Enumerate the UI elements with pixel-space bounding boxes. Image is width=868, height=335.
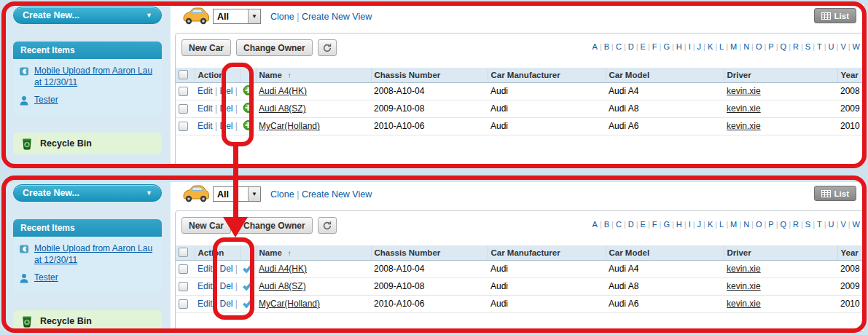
alphabet-link-B[interactable]: B — [603, 42, 611, 51]
header-model[interactable]: Car Model — [606, 245, 724, 260]
alphabet-link-H[interactable]: H — [675, 42, 684, 51]
alphabet-link-K[interactable]: K — [706, 42, 714, 51]
alphabet-link-N[interactable]: N — [742, 220, 751, 229]
alphabet-link-U[interactable]: U — [827, 42, 836, 51]
del-link[interactable]: Del — [219, 86, 232, 96]
create-new-view-link[interactable]: Create New View — [302, 189, 372, 200]
alphabet-link-J[interactable]: J — [696, 220, 703, 229]
check-icon[interactable] — [243, 280, 254, 291]
select-dropdown-arrow-icon[interactable]: ▼ — [248, 9, 260, 23]
alphabet-link-F[interactable]: F — [651, 220, 659, 229]
new-car-button[interactable]: New Car — [181, 39, 231, 56]
header-model[interactable]: Car Model — [606, 68, 724, 82]
header-action[interactable]: Action — [195, 68, 240, 82]
edit-link[interactable]: Edit — [198, 121, 213, 131]
create-new-dropdown[interactable]: Create New... ▼ — [13, 184, 162, 202]
recent-item-link[interactable]: Tester — [34, 95, 58, 106]
alphabet-link-C[interactable]: C — [614, 42, 623, 51]
alphabet-link-O[interactable]: O — [754, 42, 764, 51]
alphabet-link-I[interactable]: I — [687, 220, 692, 229]
header-chassis[interactable]: Chassis Number — [371, 68, 488, 82]
alphabet-link-D[interactable]: D — [627, 220, 636, 229]
alphabet-link-T[interactable]: T — [816, 42, 824, 51]
del-link[interactable]: Del — [219, 264, 232, 274]
row-checkbox[interactable] — [179, 264, 188, 274]
row-checkbox[interactable] — [179, 122, 188, 131]
header-year[interactable]: Year — [837, 245, 864, 260]
alphabet-link-R[interactable]: R — [791, 42, 800, 51]
driver-link[interactable]: kevin.xie — [727, 86, 761, 96]
del-link[interactable]: Del — [219, 103, 232, 114]
alphabet-link-R[interactable]: R — [791, 220, 800, 229]
view-select[interactable]: All ▼ — [213, 9, 261, 24]
driver-link[interactable]: kevin.xie — [727, 121, 761, 131]
header-chassis[interactable]: Chassis Number — [371, 245, 488, 260]
alphabet-link-A[interactable]: A — [591, 42, 599, 51]
row-checkbox[interactable] — [179, 104, 188, 114]
alphabet-link-W[interactable]: W — [851, 220, 861, 229]
create-new-view-link[interactable]: Create New View — [302, 12, 372, 22]
recent-item-link[interactable]: Mobile Upload from Aaron Lau at 12/30/11 — [34, 243, 156, 266]
car-name-link[interactable]: Audi A4(HK) — [259, 264, 307, 274]
alphabet-link-Q[interactable]: Q — [779, 220, 789, 229]
driver-link[interactable]: kevin.xie — [727, 264, 761, 274]
change-owner-button[interactable]: Change Owner — [236, 39, 313, 56]
alphabet-link-C[interactable]: C — [614, 220, 623, 229]
edit-link[interactable]: Edit — [198, 264, 213, 274]
driver-link[interactable]: kevin.xie — [727, 281, 761, 291]
alphabet-link-N[interactable]: N — [742, 42, 751, 51]
alphabet-link-L[interactable]: L — [718, 220, 725, 229]
alphabet-link-B[interactable]: B — [603, 220, 611, 229]
row-checkbox[interactable] — [179, 282, 188, 291]
alphabet-link-S[interactable]: S — [804, 42, 812, 51]
driver-link[interactable]: kevin.xie — [727, 299, 761, 309]
plus-icon[interactable] — [243, 120, 254, 130]
alphabet-link-P[interactable]: P — [767, 220, 775, 229]
alphabet-link-G[interactable]: G — [662, 42, 671, 51]
del-link[interactable]: Del — [219, 281, 232, 291]
alphabet-link-V[interactable]: V — [839, 42, 847, 51]
car-name-link[interactable]: Audi A8(SZ) — [259, 281, 306, 291]
alphabet-link-M[interactable]: M — [729, 220, 738, 229]
alphabet-link-G[interactable]: G — [662, 220, 671, 229]
header-year[interactable]: Year — [837, 68, 864, 82]
select-all-checkbox[interactable] — [179, 248, 188, 257]
driver-link[interactable]: kevin.xie — [727, 103, 761, 114]
check-icon[interactable] — [243, 263, 254, 273]
header-driver[interactable]: Driver — [724, 245, 837, 260]
change-owner-button[interactable]: Change Owner — [236, 217, 313, 234]
plus-icon[interactable] — [243, 103, 254, 113]
alphabet-link-P[interactable]: P — [767, 42, 775, 51]
recycle-bin-link[interactable]: Recycle Bin — [13, 310, 162, 332]
alphabet-link-K[interactable]: K — [706, 220, 714, 229]
header-action[interactable]: Action — [195, 245, 240, 260]
clone-link[interactable]: Clone — [270, 189, 294, 200]
clone-link[interactable]: Clone — [270, 12, 294, 22]
del-link[interactable]: Del — [219, 121, 232, 131]
row-checkbox[interactable] — [179, 299, 188, 309]
alphabet-link-E[interactable]: E — [639, 220, 647, 229]
alphabet-link-H[interactable]: H — [675, 220, 684, 229]
header-manufacturer[interactable]: Car Manufacturer — [488, 68, 606, 82]
header-name[interactable]: Name↑ — [256, 245, 371, 260]
alphabet-link-S[interactable]: S — [804, 220, 812, 229]
alphabet-link-V[interactable]: V — [839, 220, 847, 229]
del-link[interactable]: Del — [219, 299, 232, 309]
alphabet-link-U[interactable]: U — [827, 220, 836, 229]
edit-link[interactable]: Edit — [198, 281, 213, 291]
edit-link[interactable]: Edit — [198, 86, 213, 96]
alphabet-link-T[interactable]: T — [816, 220, 824, 229]
check-icon[interactable] — [243, 298, 254, 308]
refresh-button[interactable] — [318, 39, 337, 56]
alphabet-link-A[interactable]: A — [591, 220, 599, 229]
row-checkbox[interactable] — [179, 87, 188, 96]
alphabet-link-I[interactable]: I — [687, 42, 692, 51]
recycle-bin-link[interactable]: Recycle Bin — [13, 133, 162, 154]
alphabet-link-W[interactable]: W — [851, 42, 861, 51]
car-name-link[interactable]: Audi A8(SZ) — [259, 103, 306, 114]
alphabet-link-Q[interactable]: Q — [779, 42, 789, 51]
alphabet-link-J[interactable]: J — [696, 42, 703, 51]
edit-link[interactable]: Edit — [198, 103, 213, 114]
recent-item-link[interactable]: Tester — [34, 272, 58, 284]
car-name-link[interactable]: Audi A4(HK) — [259, 86, 307, 96]
